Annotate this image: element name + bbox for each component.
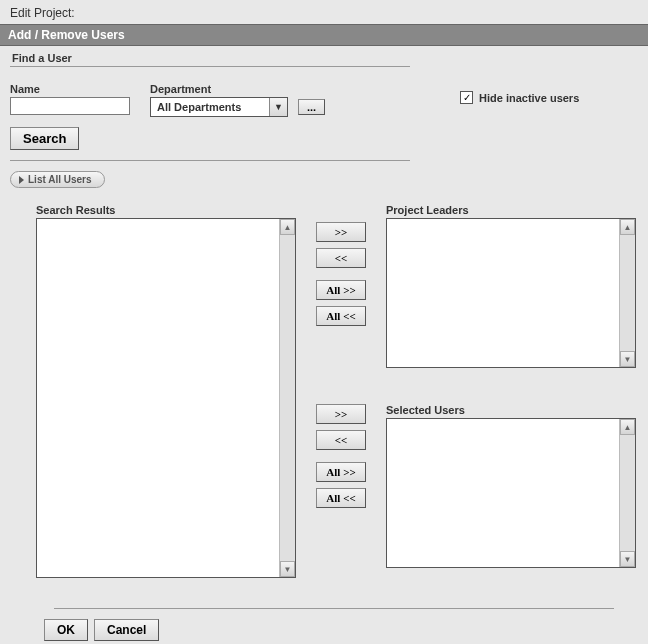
find-row: Name Department All Departments ▼ ... xyxy=(10,83,430,117)
divider xyxy=(10,160,410,161)
move-group-leaders: >> << All >> All << xyxy=(316,222,366,332)
search-results-label: Search Results xyxy=(36,204,296,216)
scrollbar[interactable]: ▲ ▼ xyxy=(619,419,635,567)
scroll-up-icon[interactable]: ▲ xyxy=(620,419,635,435)
move-buttons-column: >> << All >> All << >> << All >> All << xyxy=(296,204,386,578)
content-area: Find a User Name Department All Departme… xyxy=(0,46,648,644)
search-results-listbox[interactable]: ▲ ▼ xyxy=(36,218,296,578)
name-field-group: Name xyxy=(10,83,130,115)
name-label: Name xyxy=(10,83,130,95)
hide-inactive-row: ✓ Hide inactive users xyxy=(460,91,638,104)
play-icon xyxy=(19,176,24,184)
scrollbar[interactable]: ▲ ▼ xyxy=(619,219,635,367)
remove-from-leaders-button[interactable]: << xyxy=(316,248,366,268)
right-lists-column: Project Leaders ▲ ▼ Selected Users ▲ ▼ xyxy=(386,204,636,578)
department-field-group: Department All Departments ▼ ... xyxy=(150,83,325,117)
move-group-selected: >> << All >> All << xyxy=(316,404,366,514)
scroll-down-icon[interactable]: ▼ xyxy=(280,561,295,577)
scrollbar[interactable]: ▲ ▼ xyxy=(279,219,295,577)
cancel-button[interactable]: Cancel xyxy=(94,619,159,641)
remove-all-from-leaders-button[interactable]: All << xyxy=(316,306,366,326)
scroll-down-icon[interactable]: ▼ xyxy=(620,351,635,367)
add-all-to-selected-button[interactable]: All >> xyxy=(316,462,366,482)
project-leaders-label: Project Leaders xyxy=(386,204,636,216)
window-title: Edit Project: xyxy=(0,0,648,24)
remove-all-from-selected-button[interactable]: All << xyxy=(316,488,366,508)
department-select[interactable]: All Departments ▼ xyxy=(150,97,288,117)
divider xyxy=(10,66,410,67)
add-to-selected-button[interactable]: >> xyxy=(316,404,366,424)
search-results-column: Search Results ▲ ▼ xyxy=(36,204,296,578)
scroll-up-icon[interactable]: ▲ xyxy=(280,219,295,235)
department-label: Department xyxy=(150,83,325,95)
selected-users-label: Selected Users xyxy=(386,404,636,416)
department-selected-value: All Departments xyxy=(151,101,269,113)
scroll-down-icon[interactable]: ▼ xyxy=(620,551,635,567)
hide-inactive-checkbox[interactable]: ✓ xyxy=(460,91,473,104)
list-all-users-button[interactable]: List All Users xyxy=(10,171,105,188)
project-leaders-listbox[interactable]: ▲ ▼ xyxy=(386,218,636,368)
add-to-leaders-button[interactable]: >> xyxy=(316,222,366,242)
hide-inactive-label: Hide inactive users xyxy=(479,92,579,104)
selected-users-listbox[interactable]: ▲ ▼ xyxy=(386,418,636,568)
name-input[interactable] xyxy=(10,97,130,115)
add-all-to-leaders-button[interactable]: All >> xyxy=(316,280,366,300)
find-user-section-label: Find a User xyxy=(10,50,638,66)
scroll-up-icon[interactable]: ▲ xyxy=(620,219,635,235)
lists-area: Search Results ▲ ▼ >> << All >> All << >… xyxy=(10,204,638,578)
department-browse-button[interactable]: ... xyxy=(298,99,325,115)
header-bar: Add / Remove Users xyxy=(0,24,648,46)
divider xyxy=(54,608,614,609)
search-button[interactable]: Search xyxy=(10,127,79,150)
chevron-down-icon[interactable]: ▼ xyxy=(269,98,287,116)
remove-from-selected-button[interactable]: << xyxy=(316,430,366,450)
ok-button[interactable]: OK xyxy=(44,619,88,641)
footer-buttons: OK Cancel xyxy=(44,619,638,641)
list-all-users-label: List All Users xyxy=(28,174,92,185)
